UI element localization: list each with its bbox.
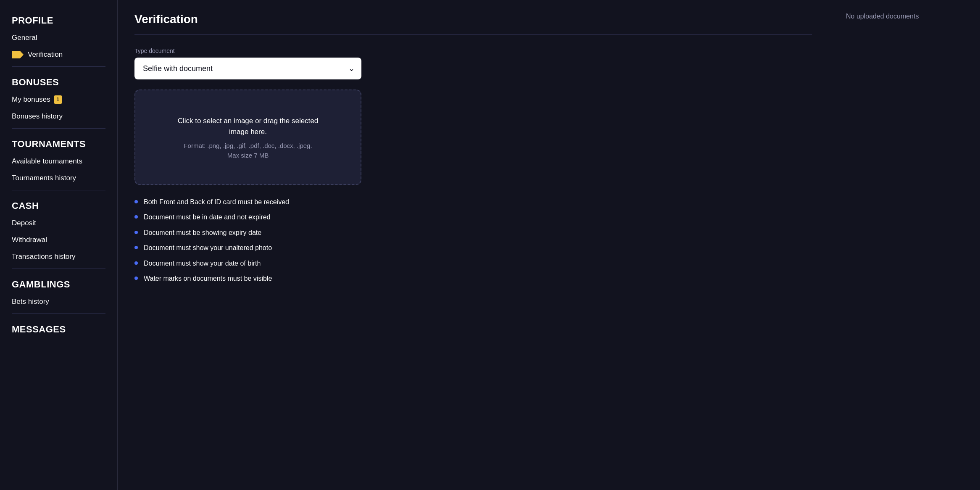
sidebar-item-verification[interactable]: Verification <box>0 46 117 63</box>
sidebar-section-gamblings: GAMBLINGS Bets history <box>0 272 117 310</box>
sidebar-item-label-tournaments-history: Tournaments history <box>12 174 76 182</box>
sidebar-divider-3 <box>12 190 105 190</box>
upload-text-size: Max size 7 MB <box>148 152 348 159</box>
sidebar-section-title-messages: MESSAGES <box>0 317 117 338</box>
verification-form: Type document Selfie with document Passp… <box>134 47 361 283</box>
sidebar-item-tournaments-history[interactable]: Tournaments history <box>0 170 117 187</box>
list-item: Document must be in date and not expired <box>134 213 361 222</box>
document-type-wrapper: Selfie with document Passport Driver's L… <box>134 58 361 79</box>
right-panel: No uploaded documents <box>829 0 980 490</box>
sidebar-section-title-profile: PROFILE <box>0 8 117 29</box>
upload-text-line1: Click to select an image or drag the sel… <box>148 116 348 137</box>
requirement-text: Document must be showing expiry date <box>144 228 261 237</box>
sidebar-section-messages: MESSAGES <box>0 317 117 338</box>
sidebar-item-label-my-bonuses: My bonuses <box>12 95 50 104</box>
bullet-icon <box>134 215 138 219</box>
sidebar-item-label-withdrawal: Withdrawal <box>12 236 47 244</box>
bullet-icon <box>134 277 138 280</box>
upload-text-format: Format: .png, .jpg, .gif, .pdf, .doc, .d… <box>148 142 348 149</box>
sidebar-section-cash: CASH Deposit Withdrawal Transactions his… <box>0 194 117 265</box>
sidebar-section-profile: PROFILE General Verification <box>0 8 117 63</box>
no-documents-text: No uploaded documents <box>846 13 963 20</box>
title-divider <box>134 34 812 35</box>
sidebar-section-title-cash: CASH <box>0 194 117 215</box>
sidebar-item-available-tournaments[interactable]: Available tournaments <box>0 153 117 170</box>
document-type-select[interactable]: Selfie with document Passport Driver's L… <box>134 58 361 79</box>
sidebar-section-title-gamblings: GAMBLINGS <box>0 272 117 293</box>
bullet-icon <box>134 200 138 203</box>
sidebar-section-bonuses: BONUSES My bonuses 1 Bonuses history <box>0 70 117 125</box>
sidebar-item-label-transactions-history: Transactions history <box>12 253 75 261</box>
sidebar-section-title-tournaments: TOURNAMENTS <box>0 132 117 153</box>
sidebar-item-transactions-history[interactable]: Transactions history <box>0 248 117 265</box>
sidebar-item-bets-history[interactable]: Bets history <box>0 293 117 310</box>
main-content: Verification Type document Selfie with d… <box>118 0 829 490</box>
sidebar-item-label-general: General <box>12 34 37 42</box>
requirements-list: Both Front and Back of ID card must be r… <box>134 198 361 283</box>
bullet-icon <box>134 261 138 265</box>
active-arrow-icon <box>12 51 24 58</box>
sidebar-divider-1 <box>12 66 105 67</box>
sidebar-item-label-bonuses-history: Bonuses history <box>12 112 63 121</box>
list-item: Document must show your date of birth <box>134 259 361 268</box>
bonuses-badge: 1 <box>54 95 62 104</box>
list-item: Document must show your unaltered photo <box>134 243 361 253</box>
sidebar-divider-2 <box>12 128 105 129</box>
sidebar-item-label-bets-history: Bets history <box>12 298 49 306</box>
list-item: Water marks on documents must be visible <box>134 274 361 283</box>
sidebar-item-label-available-tournaments: Available tournaments <box>12 157 82 166</box>
list-item: Document must be showing expiry date <box>134 228 361 237</box>
page-title: Verification <box>134 13 812 26</box>
sidebar-item-label-deposit: Deposit <box>12 219 36 227</box>
sidebar-item-label-verification: Verification <box>28 50 63 59</box>
requirement-text: Document must show your date of birth <box>144 259 261 268</box>
requirement-text: Both Front and Back of ID card must be r… <box>144 198 289 207</box>
sidebar-item-withdrawal[interactable]: Withdrawal <box>0 232 117 248</box>
sidebar-item-deposit[interactable]: Deposit <box>0 215 117 232</box>
requirement-text: Document must be in date and not expired <box>144 213 271 222</box>
sidebar-item-my-bonuses[interactable]: My bonuses 1 <box>0 91 117 108</box>
requirement-text: Water marks on documents must be visible <box>144 274 272 283</box>
upload-zone[interactable]: Click to select an image or drag the sel… <box>134 90 361 185</box>
requirement-text: Document must show your unaltered photo <box>144 243 272 253</box>
sidebar: PROFILE General Verification BONUSES My … <box>0 0 118 490</box>
bullet-icon <box>134 246 138 249</box>
sidebar-item-bonuses-history[interactable]: Bonuses history <box>0 108 117 125</box>
sidebar-section-tournaments: TOURNAMENTS Available tournaments Tourna… <box>0 132 117 187</box>
bullet-icon <box>134 231 138 234</box>
sidebar-section-title-bonuses: BONUSES <box>0 70 117 91</box>
list-item: Both Front and Back of ID card must be r… <box>134 198 361 207</box>
sidebar-divider-4 <box>12 269 105 269</box>
sidebar-item-general[interactable]: General <box>0 29 117 46</box>
sidebar-divider-5 <box>12 313 105 314</box>
document-type-label: Type document <box>134 47 361 54</box>
